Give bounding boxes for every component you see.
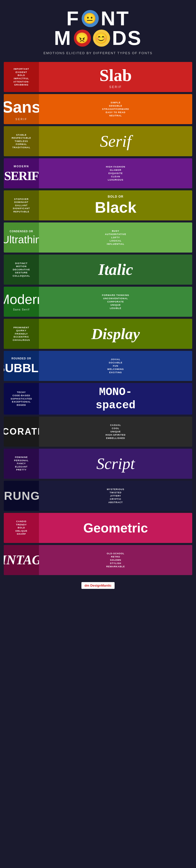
tag: LUXURIOUS bbox=[108, 179, 123, 181]
tag: MYSTERIOUS bbox=[107, 488, 124, 491]
serif-left: STABLERESPECTABLETIMELESSFORMALTRADITION… bbox=[4, 126, 39, 156]
italic-font-name: Italic bbox=[98, 260, 133, 279]
tag: CASUAL bbox=[110, 424, 121, 426]
grunge-keywords: MYSTERIOUS TWISTED JITTERY CRYPTIC ABSTR… bbox=[107, 488, 124, 504]
tag: SOCIABLE bbox=[109, 362, 122, 364]
vintage-card: VINTAGE OLD-SCHOOL RETRO SOLEMN STYLISH … bbox=[4, 545, 192, 575]
tag: EMBELLISHED bbox=[106, 437, 125, 439]
grunge-left: GRUNGE bbox=[4, 481, 39, 511]
tag: AUTHORITATIVE bbox=[105, 233, 127, 236]
tag: REMARKABLE bbox=[106, 565, 125, 568]
decorative-card: DECORATIVE CASUAL COOL UNIQUE HIGH-SPIRI… bbox=[4, 416, 192, 447]
mono-right: MONO-spaced bbox=[39, 383, 192, 414]
bold-black-subtype: BOLD OR bbox=[108, 195, 123, 198]
modern-serif-keywords: HIGH FASHION GLAMOR EXQUISITE CLEAN LUXU… bbox=[106, 165, 125, 181]
serif-right: Serif bbox=[39, 126, 192, 156]
tag: HIGH FASHION bbox=[106, 165, 125, 168]
display-keywords: PROMINENTQUIRKYFRIENDLYECCENTRICCHIVALRO… bbox=[13, 326, 30, 342]
tag: FUN bbox=[113, 365, 118, 367]
tag: TWISTED bbox=[110, 491, 122, 494]
grunge-right: MYSTERIOUS TWISTED JITTERY CRYPTIC ABSTR… bbox=[39, 481, 192, 511]
vintage-right: OLD-SCHOOL RETRO SOLEMN STYLISH REMARKAB… bbox=[39, 545, 192, 575]
italic-card: DISTINCTMOTIONDECORATIVEGESTURECOLLOQUIA… bbox=[4, 254, 192, 285]
modern-serif-subtype: MODERN bbox=[14, 165, 29, 168]
tag: HIGH-SPIRITED bbox=[106, 434, 125, 436]
serif-card: STABLERESPECTABLETIMELESSFORMALTRADITION… bbox=[4, 126, 192, 156]
modern-sans-subtype: Sans Serif bbox=[13, 308, 30, 311]
bold-black-font-name: Black bbox=[95, 198, 136, 216]
cards-container: IMPORTANTEVIDENTBOLDIMPACTFULATTENTION-G… bbox=[0, 62, 196, 575]
title-nt: NT bbox=[101, 7, 130, 30]
tag: SOLEMN bbox=[110, 559, 121, 561]
sans-font-type: SERIF bbox=[15, 118, 27, 121]
sans-keywords: SIMPLE SENSIBLE STRAIGHTFORWARD EASY TO … bbox=[102, 101, 129, 117]
geometric-font-name: Geometric bbox=[83, 520, 148, 535]
tag: SIMPLE bbox=[111, 101, 121, 104]
tag: LOGICAL bbox=[110, 240, 122, 242]
tag: OLD-SCHOOL bbox=[107, 552, 124, 555]
slab-keywords: IMPORTANTEVIDENTBOLDIMPACTFULATTENTION-G… bbox=[6, 67, 36, 87]
tag: STRAIGHTFORWARD bbox=[102, 108, 129, 110]
footer-logo: dm DesignMantic bbox=[81, 582, 115, 589]
serif-keywords: STABLERESPECTABLETIMELESSFORMALTRADITION… bbox=[11, 133, 31, 149]
bubble-left: ROUNDED OR BUBBLE bbox=[4, 351, 39, 381]
vintage-left: VINTAGE bbox=[4, 545, 39, 575]
tag: EXCITING bbox=[109, 371, 122, 374]
bubble-subtype: ROUNDED OR bbox=[11, 357, 31, 360]
angry-face-icon: 😠 bbox=[74, 30, 91, 46]
display-right: Display bbox=[39, 319, 192, 349]
geometric-left: CANDIDTRENDYBOLDOBLIQUESHARP bbox=[4, 513, 39, 543]
bubble-card: ROUNDED OR BUBBLE JOVIAL SOCIABLE FUN WE… bbox=[4, 351, 192, 381]
tag: CORPORATE bbox=[107, 301, 124, 303]
tag: ABSTRACT bbox=[108, 501, 123, 504]
header-subtitle: EMOTIONS ELICITED BY DIFFERENT TYPES OF … bbox=[5, 51, 191, 55]
script-left: FEMININEPERSONALFANCYELEGANTPRETTY bbox=[4, 449, 39, 479]
bold-black-left: STOPOVERDOMINANTGALLANTSIGNIFICANTREPUTA… bbox=[4, 190, 39, 220]
tag: COOL bbox=[112, 427, 119, 430]
slab-left: IMPORTANTEVIDENTBOLDIMPACTFULATTENTION-G… bbox=[4, 62, 39, 92]
tag: FORWARD THINKING bbox=[102, 294, 129, 297]
modern-serif-right: HIGH FASHION GLAMOR EXQUISITE CLEAN LUXU… bbox=[39, 158, 192, 188]
ultrathin-subtype: CONDENSED OR bbox=[9, 230, 33, 233]
title-ds: DS bbox=[112, 27, 142, 49]
geometric-right: Geometric bbox=[39, 513, 192, 543]
tag: CLEAN bbox=[111, 175, 120, 178]
tag: GLAMOR bbox=[110, 169, 121, 171]
decorative-right: CASUAL COOL UNIQUE HIGH-SPIRITED EMBELLI… bbox=[39, 416, 192, 447]
mono-font-name: MONO-spaced bbox=[96, 385, 135, 412]
display-card: PROMINENTQUIRKYFRIENDLYECCENTRICCHIVALRO… bbox=[4, 319, 192, 349]
sans-right: SIMPLE SENSIBLE STRAIGHTFORWARD EASY TO … bbox=[39, 94, 192, 124]
decorative-left: DECORATIVE bbox=[4, 416, 39, 447]
ultrathin-left: CONDENSED OR Ultrathin bbox=[4, 222, 39, 253]
tag: INFLUENTIAL bbox=[107, 243, 124, 245]
ultrathin-font-name: Ultrathin bbox=[4, 235, 41, 245]
footer-logo-name: DesignMantic bbox=[90, 584, 112, 587]
vintage-keywords: OLD-SCHOOL RETRO SOLEMN STYLISH REMARKAB… bbox=[106, 552, 125, 568]
slab-serif-card: IMPORTANTEVIDENTBOLDIMPACTFULATTENTION-G… bbox=[4, 62, 192, 92]
tag: UNCONVENTIONAL bbox=[103, 297, 128, 300]
modern-serif-font-name: SERIF bbox=[4, 169, 38, 182]
tag: LOFTY bbox=[111, 236, 120, 239]
tag: JITTERY bbox=[110, 495, 121, 497]
modern-sans-left: Modern Sans Serif bbox=[4, 287, 39, 317]
italic-right: Italic bbox=[39, 254, 192, 285]
italic-left: DISTINCTMOTIONDECORATIVEGESTURECOLLOQUIA… bbox=[4, 254, 39, 285]
footer: dm DesignMantic bbox=[0, 577, 196, 594]
script-font-name: Script bbox=[96, 455, 135, 473]
display-left: PROMINENTQUIRKYFRIENDLYECCENTRICCHIVALRO… bbox=[4, 319, 39, 349]
tag: CRYPTIC bbox=[110, 498, 121, 500]
bubble-keywords: JOVIAL SOCIABLE FUN WELCOMING EXCITING bbox=[107, 358, 124, 374]
tag: STYLISH bbox=[110, 562, 121, 564]
header: F 😐 NT M 😠 😊 DS EMOTIONS ELICITED BY DIF… bbox=[0, 0, 196, 60]
tag: JOVIAL bbox=[111, 358, 121, 361]
title-f: F bbox=[66, 7, 80, 30]
sans-font-name: Sans bbox=[4, 98, 40, 116]
modern-sans-right: FORWARD THINKING UNCONVENTIONAL CORPORAT… bbox=[39, 287, 192, 317]
bubble-right: JOVIAL SOCIABLE FUN WELCOMING EXCITING bbox=[39, 351, 192, 381]
tag: EASY TO READ bbox=[106, 111, 125, 114]
display-font-name: Display bbox=[91, 325, 140, 343]
tag: SENSIBLE bbox=[109, 104, 122, 107]
tag: NEUTRAL bbox=[109, 114, 122, 117]
modern-sans-card: Modern Sans Serif FORWARD THINKING UNCON… bbox=[4, 287, 192, 317]
mono-keywords: TECHYCODE-BASEDSOPHISTICATEDEXCEPTIONALE… bbox=[10, 391, 32, 406]
